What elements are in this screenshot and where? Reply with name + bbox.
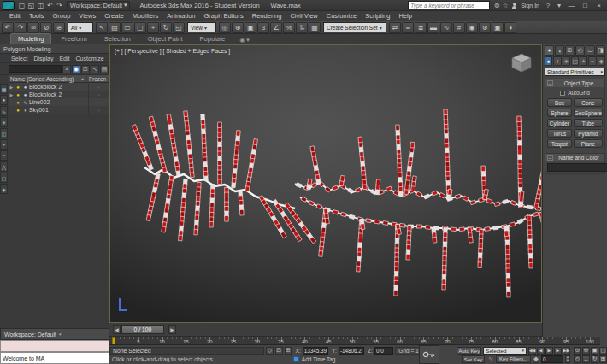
category-lights-icon[interactable]: ☀ [563, 56, 570, 66]
column-frozen-header[interactable]: Frozen [86, 76, 109, 82]
next-frame-button[interactable]: ▶ [554, 347, 562, 355]
schematic-view-icon[interactable]: # [453, 22, 465, 33]
display-shapes-icon[interactable]: ∿ [0, 106, 8, 116]
3dsmax-logo-icon[interactable] [3, 1, 15, 10]
menu-tools[interactable]: Tools [25, 11, 49, 21]
undo-icon[interactable]: ↶ [2, 22, 14, 33]
rendered-frame-window-icon[interactable]: ▣ [492, 22, 504, 33]
selection-lock-icon[interactable]: ⊡ [275, 347, 283, 355]
plane-button[interactable]: Plane [574, 139, 603, 148]
zoom-all-icon[interactable]: ⊕ [582, 347, 590, 355]
viewcube[interactable] [509, 50, 534, 74]
selection-filter-dropdown[interactable]: All▾ [68, 22, 93, 32]
curve-editor-icon[interactable]: ∿ [440, 22, 452, 33]
tab-create-icon[interactable]: + [545, 45, 554, 56]
open-file-icon[interactable]: ◱ [27, 1, 36, 9]
display-containers-icon[interactable]: ▢ [0, 173, 8, 183]
use-pivot-point-center-icon[interactable]: ◎ [219, 22, 231, 33]
lightbulb-icon[interactable]: ● [15, 100, 21, 105]
workspace-tab[interactable]: Workspace: Default ▾ [0, 328, 109, 340]
z-coordinate-field[interactable] [374, 347, 393, 355]
select-and-manipulate-icon[interactable]: ⊕ [232, 22, 244, 33]
ribbon-tab-object-paint[interactable]: Object Paint [140, 33, 191, 44]
column-name-header[interactable]: Name (Sorted Ascending) [9, 76, 80, 82]
pick-parent-icon[interactable]: ↖ [91, 65, 99, 73]
menu-group[interactable]: Group [48, 11, 74, 21]
name-color-rollout-header[interactable]: − Name and Color [545, 154, 604, 161]
select-object-icon[interactable]: ↖ [96, 22, 108, 33]
category-helpers-icon[interactable]: + [580, 56, 587, 66]
clear-search-icon[interactable]: × [62, 65, 71, 73]
explorer-menu-edit[interactable]: Edit [56, 56, 72, 62]
display-lights-icon[interactable]: ☀ [0, 117, 8, 127]
category-systems-icon[interactable]: ◈ [598, 56, 605, 66]
set-key-button[interactable]: Set Key [462, 355, 485, 363]
category-geometry-icon[interactable]: ● [545, 56, 552, 66]
zoom-extents-icon[interactable]: ▣ [591, 347, 598, 355]
current-frame-field[interactable] [541, 355, 563, 363]
go-to-start-button[interactable]: ◀◀ [528, 347, 536, 355]
display-spacewarps-icon[interactable]: ≈ [0, 150, 8, 161]
geosphere-button[interactable]: GeoSphere [574, 109, 603, 117]
menu-create[interactable]: Create [100, 11, 128, 21]
object-type-rollout-header[interactable]: − Object Type [545, 79, 604, 87]
torus-button[interactable]: Torus [547, 129, 572, 138]
render-setup-icon[interactable]: ⊛ [479, 22, 491, 33]
workspace-dropdown[interactable]: Workspace: Default▾ [67, 1, 130, 9]
explorer-menu-customize[interactable]: Customize [73, 56, 106, 62]
edit-named-selection-sets-icon[interactable]: ▦ [309, 22, 321, 33]
menu-scripting[interactable]: Scripting [361, 11, 394, 21]
orbit-icon[interactable]: ↻ [591, 355, 598, 363]
track-bar[interactable]: 5101520253035404550556065707580859095100 [109, 337, 600, 345]
tab-display-icon[interactable]: ▭ [586, 45, 595, 56]
display-helpers-icon[interactable]: + [0, 139, 8, 150]
key-filters-button[interactable]: Key Filters... [496, 355, 530, 363]
display-geometry-icon[interactable]: ● [0, 95, 8, 105]
bind-to-space-warp-icon[interactable]: ≋ [53, 22, 65, 33]
percent-snap-icon[interactable]: % [283, 22, 295, 33]
frozen-toggle[interactable]: ◦ [88, 98, 109, 106]
frozen-toggle[interactable]: ◦ [88, 91, 109, 98]
maximize-button[interactable]: □ [580, 1, 591, 9]
ribbon-tab-selection[interactable]: Selection [97, 33, 138, 44]
autogrid-checkbox[interactable] [560, 91, 565, 96]
tab-modify-icon[interactable]: ◖ [555, 45, 564, 56]
redo-small-icon[interactable]: ↷ [55, 1, 64, 9]
perspective-viewport[interactable]: [+ ] [ Perspective ] [ Shaded + Edged Fa… [109, 44, 542, 323]
new-folder-icon[interactable]: ▤ [100, 65, 109, 73]
time-slider-track[interactable]: ◀ 0 / 100 ▶ [109, 323, 542, 337]
sphere-button[interactable]: Sphere [547, 109, 572, 117]
ribbon-tab-modeling[interactable]: Modeling [10, 33, 51, 44]
menu-rendering[interactable]: Rendering [248, 11, 286, 21]
lightbulb-icon[interactable]: ● [15, 108, 21, 113]
save-file-icon[interactable]: ◫ [36, 1, 45, 9]
search-input[interactable] [409, 2, 489, 9]
layer-manager-icon[interactable]: ≣ [415, 22, 427, 33]
menu-edit[interactable]: Edit [5, 11, 25, 21]
cylinder-button[interactable]: Cylinder [547, 119, 572, 127]
display-bones-icon[interactable]: ⋀ [0, 161, 8, 172]
undo-small-icon[interactable]: ↶ [45, 1, 55, 9]
lightbulb-icon[interactable]: ● [15, 92, 21, 97]
explorer-search-input[interactable] [9, 65, 62, 73]
maxscript-macro-recorder-pane[interactable] [0, 340, 109, 352]
frozen-toggle[interactable]: ◦ [88, 106, 109, 114]
material-editor-icon[interactable]: ◉ [466, 22, 478, 33]
object-name-field[interactable] [547, 163, 607, 172]
category-cameras-icon[interactable]: ◫ [571, 56, 579, 66]
auto-key-button[interactable]: Auto Key [457, 347, 481, 355]
selection-set-key-dropdown[interactable]: Selected ▾ [483, 347, 527, 355]
maxscript-mini-listener[interactable]: Welcome to MA [0, 352, 109, 364]
display-all-icon[interactable]: ▦ [0, 84, 8, 94]
menu-animation[interactable]: Animation [162, 11, 199, 21]
tab-motion-icon[interactable]: ◴ [575, 45, 585, 56]
ribbon-overflow-icon[interactable]: ◉ ▾ [239, 37, 250, 44]
list-item[interactable]: ▶●●Blockblock 2◦ [9, 91, 109, 98]
align-icon[interactable]: ≡ [402, 22, 414, 33]
chevron-down-icon[interactable]: ▾ [555, 1, 563, 9]
communication-center-icon[interactable]: ⊚ [492, 1, 501, 9]
previous-frame-button[interactable]: ◀ [537, 347, 545, 355]
field-of-view-icon[interactable]: ◇ [574, 355, 581, 363]
help-icon[interactable]: ? [544, 1, 552, 9]
list-item[interactable]: ●∿Line002◦ [9, 98, 109, 106]
